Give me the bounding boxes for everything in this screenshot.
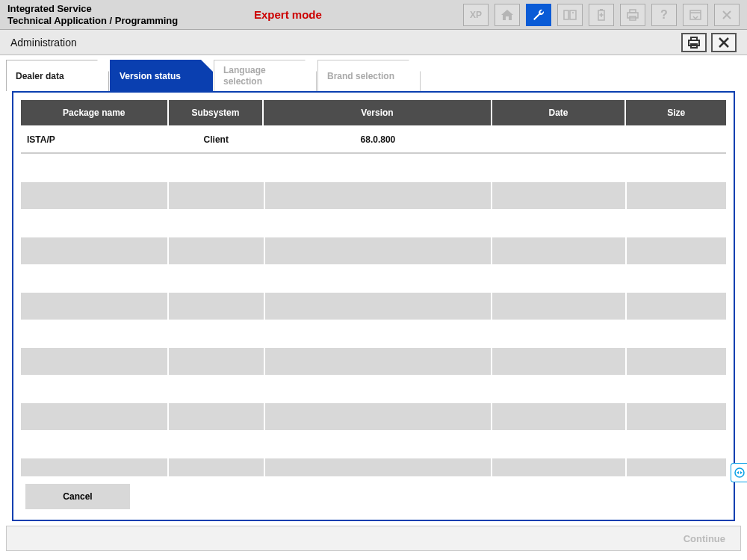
svg-rect-15 [691,37,697,40]
header-package: Package name [21,100,169,125]
tab-label-line1: Language [223,65,266,75]
cell-date [492,293,625,320]
cell-version [265,403,492,430]
cell-size [627,403,726,430]
tab-brand-selection: Brand selection [317,60,421,91]
close-app-button[interactable] [714,4,740,26]
cell-package [21,293,167,320]
help-icon: ? [660,8,668,22]
cell-subsystem [169,403,264,430]
tab-language-selection: Language selection [214,60,317,91]
cell-date [492,237,625,264]
version-grid: Package name Subsystem Version Date Size… [21,100,726,476]
cell-size [627,293,726,320]
print-button[interactable] [620,4,645,26]
cell-version [265,182,492,209]
window-button[interactable] [683,4,708,26]
table-row [21,182,726,209]
mode-label: Expert mode [254,8,374,21]
cell-version [265,293,492,320]
app-title-block: Integrated Service Technical Application… [7,3,239,26]
cell-version [265,237,492,264]
bottom-strip: Continue [6,526,741,551]
print-icon [626,9,639,21]
cell-subsystem: Client [169,127,264,152]
grid-body: ISTA/PClient68.0.800 [21,125,726,476]
cell-subsystem [169,458,264,476]
tabs-container: Dealer data Version status Language sele… [6,58,741,521]
table-row [21,458,726,476]
cancel-button[interactable]: Cancel [25,484,130,509]
subbar-print-button[interactable] [681,33,707,52]
table-row[interactable]: ISTA/PClient68.0.800 [21,127,726,154]
close-icon [722,10,732,20]
cell-size [627,458,726,476]
battery-icon [596,8,607,22]
tab-label: Dealer data [16,71,64,81]
cell-version [265,458,492,476]
sub-toolbar: Administration [0,30,747,55]
app-title-line1: Integrated Service [7,3,239,15]
tab-label: Version status [120,71,181,81]
svg-rect-0 [564,10,568,19]
cell-version: 68.0.800 [265,127,492,152]
cell-date [492,403,625,430]
main-panel: Package name Subsystem Version Date Size… [12,91,735,521]
cell-package [21,403,167,430]
continue-button: Continue [684,533,725,544]
close-icon [718,37,730,49]
tab-label-line2: selection [223,76,262,87]
cell-size [627,237,726,264]
tabs-row: Dealer data Version status Language sele… [6,58,741,91]
tab-label: Brand selection [327,71,394,81]
cell-date [492,182,625,209]
wrench-button[interactable] [526,4,551,26]
cell-date [492,127,625,152]
svg-point-19 [735,468,744,477]
subbar-close-button[interactable] [711,33,737,52]
cell-subsystem [169,293,264,320]
cell-size [627,348,726,375]
xp-button[interactable]: XP [463,4,489,26]
cell-date [492,458,625,476]
wrench-icon [532,8,545,22]
cell-package [21,458,167,476]
window-icon [689,9,702,21]
header-date: Date [492,100,627,125]
cell-package: ISTA/P [21,127,167,152]
grid-header-row: Package name Subsystem Version Date Size [21,100,726,125]
tab-dealer-data[interactable]: Dealer data [6,60,109,91]
cell-subsystem [169,182,264,209]
top-toolbar: Integrated Service Technical Application… [0,0,747,30]
cell-date [492,348,625,375]
cell-subsystem [169,348,264,375]
header-subsystem: Subsystem [169,100,264,125]
svg-rect-1 [570,10,576,19]
table-row [21,403,726,430]
cell-subsystem [169,237,264,264]
teamviewer-icon [734,467,745,478]
side-widget-button[interactable] [731,463,747,482]
print-icon [687,37,701,49]
subbar-title: Administration [10,37,77,49]
table-row [21,293,726,320]
svg-point-2 [572,12,574,13]
tab-version-status[interactable]: Version status [110,60,213,91]
battery-button[interactable] [589,4,614,26]
table-row [21,348,726,375]
cell-package [21,348,167,375]
help-button[interactable]: ? [651,4,677,26]
toolbar-icon-group: XP ? [463,4,740,26]
header-version: Version [264,100,492,125]
cell-package [21,237,167,264]
cell-size [627,127,726,152]
home-icon [500,9,514,21]
cell-version [265,348,492,375]
svg-rect-4 [600,9,603,10]
svg-rect-7 [627,13,638,18]
table-row [21,237,726,264]
home-button[interactable] [495,4,520,26]
layout-button[interactable] [557,4,583,26]
layout-icon [563,10,577,20]
cell-package [21,182,167,209]
